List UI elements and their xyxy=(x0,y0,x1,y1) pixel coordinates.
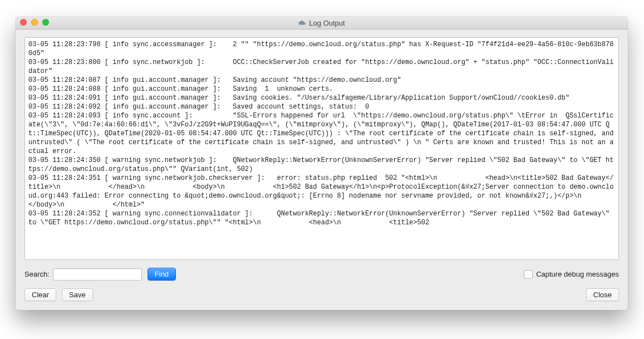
titlebar[interactable]: Log Output xyxy=(16,17,628,30)
capture-debug-checkbox[interactable] xyxy=(524,270,533,279)
traffic-lights xyxy=(20,19,49,26)
search-row: Search: Find Capture debug messages xyxy=(24,268,619,281)
search-label: Search: xyxy=(24,270,50,278)
log-output-textarea[interactable]: 03-05 11:28:23:798 [ info sync.accessman… xyxy=(24,37,619,260)
log-text[interactable]: 03-05 11:28:23:798 [ info sync.accessman… xyxy=(28,40,615,227)
window-title-wrap: Log Output xyxy=(16,19,628,27)
window-title: Log Output xyxy=(309,19,345,27)
save-button[interactable]: Save xyxy=(62,288,93,301)
window-content: 03-05 11:28:23:798 [ info sync.accessman… xyxy=(16,30,628,310)
zoom-window-button[interactable] xyxy=(42,19,49,26)
find-button[interactable]: Find xyxy=(148,268,176,281)
clear-button[interactable]: Clear xyxy=(24,288,56,301)
close-button[interactable]: Close xyxy=(586,288,619,301)
bottom-button-row: Clear Save Close xyxy=(24,288,619,301)
log-output-window: Log Output 03-05 11:28:23:798 [ info syn… xyxy=(16,17,628,310)
search-input[interactable] xyxy=(53,268,142,281)
close-window-button[interactable] xyxy=(20,19,27,26)
capture-debug-label: Capture debug messages xyxy=(536,270,619,278)
minimize-window-button[interactable] xyxy=(31,19,38,26)
cloud-icon xyxy=(298,20,306,26)
